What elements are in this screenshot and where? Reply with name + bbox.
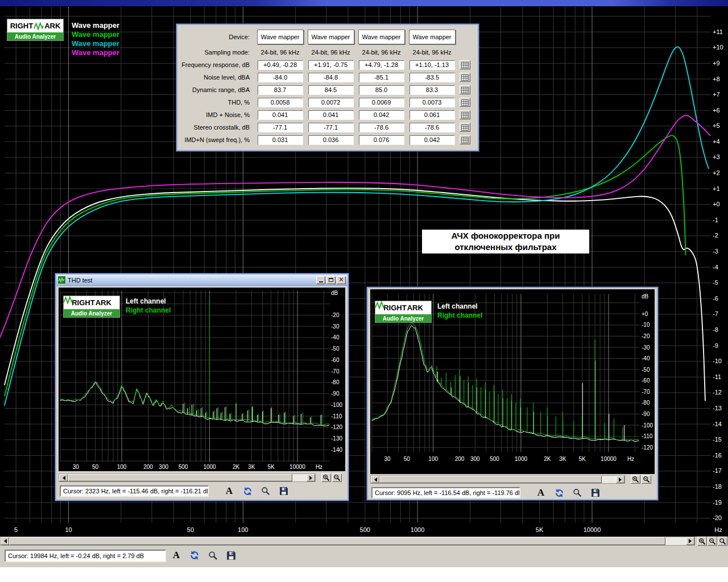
row-graph-button[interactable]: [460, 60, 470, 69]
result-value: -83.5: [410, 73, 455, 82]
right-arrow-icon: [309, 476, 315, 480]
logo-waveform-icon: [63, 296, 73, 305]
result-value: 0.0072: [308, 98, 354, 107]
row-graph-button[interactable]: [460, 123, 470, 132]
svg-text:30: 30: [73, 464, 80, 470]
zoom-button[interactable]: [206, 549, 220, 562]
svg-text:+2: +2: [713, 169, 720, 176]
imd-spectrum-chart[interactable]: 305010020030050010002K3K5K10000Hz+0-10-2…: [370, 289, 655, 474]
refresh-icon: [555, 488, 564, 498]
zoom-in-button[interactable]: [321, 473, 331, 482]
svg-text:200: 200: [143, 464, 153, 470]
zoom-in-icon: [698, 538, 706, 545]
zoom-button[interactable]: [259, 485, 272, 497]
magnifier-icon: [719, 538, 726, 545]
result-value: 83.7: [258, 85, 303, 95]
status-bar: Cursor: 19984 Hz, left = -0.24 dB, right…: [0, 546, 728, 567]
zoom-in-button[interactable]: [697, 537, 707, 546]
svg-text:-80: -80: [331, 379, 340, 385]
svg-text:5: 5: [14, 526, 18, 533]
svg-text:-30: -30: [642, 344, 650, 351]
thd-horizontal-scrollbar[interactable]: [59, 473, 316, 482]
svg-text:-80: -80: [642, 400, 650, 406]
zoom-out-button[interactable]: [708, 537, 717, 546]
refresh-button[interactable]: [552, 487, 566, 499]
logo-waveform-icon: [34, 22, 44, 31]
sampling-value: 24-bit, 96 kHz: [255, 49, 305, 56]
magnifier-icon: [261, 487, 270, 496]
magnifier-icon: [208, 551, 218, 560]
svg-text:3K: 3K: [248, 464, 255, 470]
scroll-left-button[interactable]: [371, 476, 379, 483]
imd-test-window: 305010020030050010002K3K5K10000Hz+0-10-2…: [367, 287, 658, 500]
svg-text:Hz: Hz: [316, 464, 322, 470]
scroll-right-button[interactable]: [307, 474, 315, 481]
font-button[interactable]: A: [534, 487, 548, 499]
refresh-button[interactable]: [241, 485, 254, 497]
svg-text:-20: -20: [642, 333, 650, 339]
font-button[interactable]: A: [222, 485, 236, 497]
save-icon: [591, 488, 600, 497]
zoom-out-button[interactable]: [332, 473, 342, 482]
main-horizontal-scrollbar[interactable]: [0, 537, 695, 546]
result-value: -77.1: [258, 123, 303, 132]
row-label: Sampling mode:: [180, 49, 255, 56]
result-value: -85.1: [359, 73, 404, 82]
scroll-left-button[interactable]: [1, 537, 9, 545]
svg-text:2K: 2K: [544, 456, 551, 462]
result-value: 0.041: [308, 110, 354, 120]
svg-text:+0: +0: [713, 201, 720, 207]
svg-text:-17: -17: [713, 467, 722, 474]
svg-text:-20: -20: [331, 312, 340, 318]
save-button[interactable]: [589, 487, 602, 499]
save-button[interactable]: [224, 549, 238, 562]
maximize-button[interactable]: [326, 276, 336, 284]
result-value: 85.0: [359, 85, 404, 95]
svg-text:1000: 1000: [411, 526, 424, 533]
row-graph-button[interactable]: [460, 110, 470, 119]
scroll-right-button[interactable]: [616, 476, 624, 483]
svg-text:-9: -9: [713, 342, 718, 349]
logo-ark-text: ARK: [96, 298, 111, 307]
scrollbar-track[interactable]: [379, 476, 616, 483]
logo-ark-text: ARK: [44, 22, 60, 30]
svg-text:-90: -90: [331, 390, 340, 397]
row-graph-button[interactable]: [460, 73, 470, 82]
row-graph-button[interactable]: [460, 98, 470, 107]
close-button[interactable]: ×: [337, 276, 346, 284]
rmaa-logo: RIGHT ARK Audio Analyzer: [63, 296, 120, 318]
svg-text:-100: -100: [642, 422, 653, 429]
result-value: +1.91, -0.75: [308, 60, 354, 70]
save-button[interactable]: [277, 485, 291, 497]
svg-text:-3: -3: [713, 248, 718, 255]
row-label: IMD + Noise, %: [180, 111, 255, 118]
window-titlebar[interactable]: [0, 0, 728, 6]
scroll-left-button[interactable]: [59, 474, 68, 481]
imd-horizontal-scrollbar[interactable]: [370, 475, 625, 484]
scrollbar-track[interactable]: [68, 474, 307, 481]
grid-icon: [461, 137, 469, 143]
scrollbar-thumb[interactable]: [68, 474, 292, 481]
left-channel-label: Left channel: [126, 297, 171, 306]
scrollbar-thumb[interactable]: [9, 537, 665, 545]
chart-annotation[interactable]: АЧХ фонокорректора при отключенных фильт…: [422, 230, 589, 253]
scrollbar-track[interactable]: [9, 537, 686, 545]
zoom-button[interactable]: [570, 487, 584, 499]
thd-window-titlebar[interactable]: THD test ×: [56, 275, 348, 286]
zoom-out-button[interactable]: [642, 475, 651, 484]
thd-spectrum-chart[interactable]: 305010020030050010002K3K5K10000Hz-20-30-…: [59, 288, 345, 471]
minimize-button[interactable]: [316, 276, 325, 284]
logo-subtitle: Audio Analyzer: [375, 314, 432, 323]
row-graph-button[interactable]: [460, 135, 470, 144]
refresh-button[interactable]: [188, 549, 201, 562]
font-button[interactable]: A: [169, 549, 183, 562]
zoom-in-button[interactable]: [631, 475, 640, 484]
row-graph-button[interactable]: [460, 85, 470, 94]
svg-text:-30: -30: [331, 323, 340, 330]
right-channel-label: Right channel: [126, 306, 171, 315]
row-label: IMD+N (swept freq.), %: [180, 136, 255, 143]
scroll-right-button[interactable]: [686, 537, 694, 545]
result-value: 0.031: [258, 135, 303, 145]
scrollbar-thumb[interactable]: [379, 476, 602, 483]
zoom-all-button[interactable]: [718, 537, 727, 546]
